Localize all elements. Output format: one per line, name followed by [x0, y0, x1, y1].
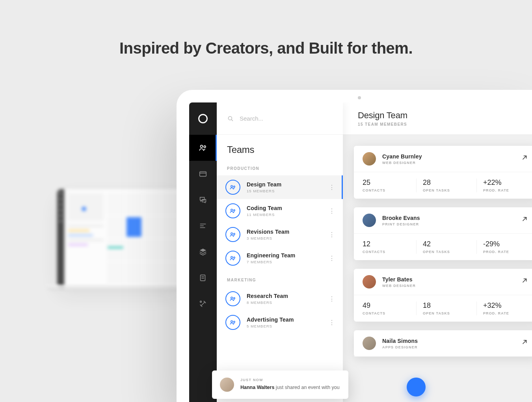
nav-teams[interactable] [189, 135, 217, 161]
nav-chat[interactable] [189, 187, 217, 213]
member-card[interactable]: Naila Simons APPS DESIGNER [354, 330, 532, 357]
arrow-up-right-icon [521, 216, 528, 223]
svg-line-27 [523, 218, 526, 221]
team-avatar-icon [225, 227, 240, 242]
svg-point-14 [231, 186, 233, 188]
svg-point-17 [234, 210, 235, 211]
team-members: 15 MEMBERS [247, 189, 328, 193]
team-name: Design Team [247, 181, 328, 188]
team-item-engineering[interactable]: Engineering Team 7 MEMBERS ⋮ [217, 246, 343, 270]
people-icon [229, 207, 236, 214]
stat-contacts-label: CONTACTS [363, 250, 410, 254]
team-name: Engineering Team [247, 252, 328, 259]
people-icon [229, 231, 236, 238]
toast-message: Hanna Walters just shared an event with … [240, 384, 340, 391]
people-icon [229, 319, 236, 326]
stat-tasks-label: OPEN TASKS [423, 188, 470, 192]
member-role: APPS DESIGNER [382, 345, 521, 349]
team-more-button[interactable]: ⋮ [328, 207, 336, 215]
team-avatar-icon [225, 291, 240, 306]
team-more-button[interactable]: ⋮ [328, 319, 336, 326]
member-card[interactable]: Tyler Bates WEB DESIGNER 49CONTACTS 18OP… [354, 269, 532, 322]
open-member-button[interactable] [521, 216, 530, 225]
people-icon [229, 295, 236, 302]
teams-panel: Teams PRODUCTION Design Team 15 MEMBERS … [217, 102, 343, 402]
team-more-button[interactable]: ⋮ [328, 295, 336, 303]
svg-point-25 [234, 321, 235, 323]
layers-icon [199, 248, 207, 256]
team-more-button[interactable]: ⋮ [328, 255, 336, 262]
stat-contacts-label: CONTACTS [363, 188, 410, 192]
main-header: Design Team 15 TEAM MEMEBERS [343, 102, 532, 135]
team-item-research[interactable]: Research Team 8 MEMBERS ⋮ [217, 287, 343, 311]
stat-tasks-value: 18 [423, 302, 470, 310]
stat-contacts-label: CONTACTS [363, 311, 410, 315]
people-icon [229, 255, 236, 262]
stat-rate-label: PROD. RATE [483, 188, 530, 192]
member-card[interactable]: Brooke Evans PRINT DESIGNER 12CONTACTS 4… [354, 207, 532, 260]
team-avatar-icon [225, 203, 240, 218]
notification-toast[interactable]: JUST NOW Hanna Walters just shared an ev… [212, 370, 348, 399]
member-name: Brooke Evans [382, 215, 521, 221]
svg-rect-8 [201, 275, 205, 281]
svg-point-12 [228, 116, 232, 120]
team-item-revisions[interactable]: Revisions Team 3 MEMBERS ⋮ [217, 223, 343, 246]
member-card[interactable]: Cyane Burnley WEB DESIGNER 25CONTACTS 28… [354, 146, 532, 199]
main-title: Design Team [358, 110, 524, 121]
member-name: Tyler Bates [382, 276, 521, 283]
svg-point-16 [231, 209, 233, 211]
svg-point-22 [231, 297, 233, 299]
svg-point-23 [234, 298, 235, 299]
nav-layers[interactable] [189, 239, 217, 265]
member-avatar [363, 152, 376, 166]
stat-contacts-value: 49 [363, 302, 410, 310]
tools-icon [199, 300, 207, 308]
device-camera [358, 96, 361, 99]
member-name: Cyane Burnley [382, 153, 521, 160]
team-members: 5 MEMBERS [247, 324, 328, 328]
stat-rate-value: +22% [483, 179, 530, 187]
stat-rate-label: PROD. RATE [483, 311, 530, 315]
open-member-button[interactable] [521, 154, 530, 164]
member-avatar [363, 214, 376, 227]
arrow-up-right-icon [521, 339, 528, 346]
member-role: WEB DESIGNER [382, 161, 521, 165]
panel-title: Teams [217, 135, 343, 162]
open-member-button[interactable] [521, 339, 530, 348]
nav-tasks[interactable] [189, 213, 217, 239]
stat-rate-value: +32% [483, 302, 530, 310]
stat-tasks-label: OPEN TASKS [423, 250, 470, 254]
svg-line-13 [231, 119, 233, 121]
tablet-device-frame: Teams PRODUCTION Design Team 15 MEMBERS … [177, 90, 532, 402]
chat-icon [199, 195, 207, 204]
team-item-coding[interactable]: Coding Team 11 MEMBERS ⋮ [217, 199, 343, 223]
list-icon [199, 221, 207, 230]
nav-wallet[interactable] [189, 161, 217, 187]
team-item-advertising[interactable]: Advertising Team 5 MEMBERS ⋮ [217, 311, 343, 334]
section-production-label: PRODUCTION [217, 162, 343, 175]
nav-settings[interactable] [189, 291, 217, 317]
open-member-button[interactable] [521, 277, 530, 287]
nav-docs[interactable] [189, 265, 217, 291]
app-window: Teams PRODUCTION Design Team 15 MEMBERS … [189, 102, 532, 402]
toast-avatar [220, 378, 234, 392]
team-more-button[interactable]: ⋮ [328, 231, 336, 238]
team-item-design[interactable]: Design Team 15 MEMBERS ⋮ [217, 175, 343, 199]
app-logo[interactable] [189, 102, 217, 135]
fab-button[interactable] [407, 378, 426, 396]
card-icon [199, 169, 207, 178]
svg-point-2 [204, 146, 206, 148]
background-laptop-base [45, 285, 195, 291]
team-avatar-icon [225, 315, 240, 330]
search-bar[interactable] [217, 102, 343, 135]
search-icon [227, 115, 234, 122]
stat-rate-label: PROD. RATE [483, 250, 530, 254]
search-input[interactable] [240, 115, 333, 122]
main-content: Design Team 15 TEAM MEMEBERS Cyane Burnl… [343, 102, 532, 402]
member-cards: Cyane Burnley WEB DESIGNER 25CONTACTS 28… [343, 135, 532, 357]
member-role: PRINT DESIGNER [382, 222, 521, 226]
svg-point-18 [231, 233, 233, 235]
svg-point-21 [234, 257, 235, 259]
team-more-button[interactable]: ⋮ [328, 184, 336, 191]
logo-icon [197, 113, 208, 124]
